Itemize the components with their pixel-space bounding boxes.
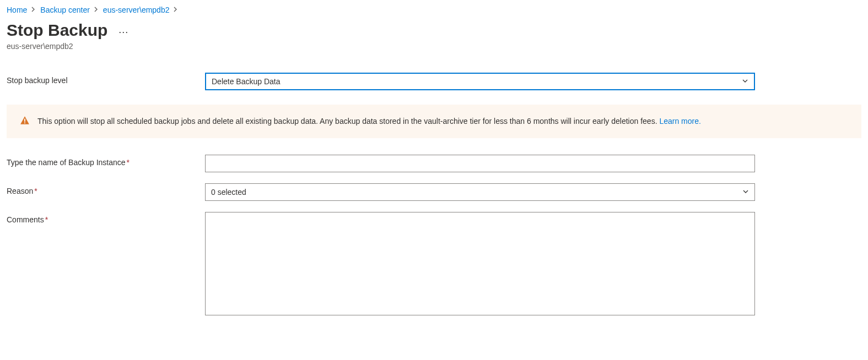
svg-rect-1 [24, 122, 25, 123]
required-indicator: * [127, 158, 130, 167]
reason-value: 0 selected [211, 188, 742, 197]
page-subtitle: eus-server\empdb2 [7, 42, 861, 51]
comments-textarea[interactable] [205, 212, 755, 315]
form-row-reason: Reason* 0 selected [7, 183, 861, 201]
instance-name-label: Type the name of Backup Instance* [7, 155, 205, 167]
chevron-right-icon [94, 6, 99, 14]
required-indicator: * [34, 187, 37, 195]
instance-name-input[interactable] [205, 155, 755, 172]
stop-level-select[interactable]: Delete Backup Data [205, 73, 755, 90]
comments-label: Comments* [7, 212, 205, 224]
svg-rect-0 [24, 119, 25, 122]
warning-banner: This option will stop all scheduled back… [7, 105, 861, 138]
breadcrumb-backup-center[interactable]: Backup center [40, 6, 90, 14]
warning-text: This option will stop all scheduled back… [37, 116, 701, 127]
learn-more-link[interactable]: Learn more. [659, 117, 700, 126]
chevron-right-icon [174, 6, 178, 14]
form-row-instance-name: Type the name of Backup Instance* [7, 155, 861, 172]
breadcrumb: Home Backup center eus-server\empdb2 [7, 6, 861, 14]
chevron-down-icon [742, 188, 749, 197]
warning-icon [20, 116, 30, 127]
form-row-comments: Comments* [7, 212, 861, 317]
chevron-right-icon [31, 6, 36, 14]
page-header: Stop Backup ··· [7, 21, 861, 40]
breadcrumb-instance[interactable]: eus-server\empdb2 [103, 6, 170, 14]
warning-message: This option will stop all scheduled back… [37, 117, 659, 126]
required-indicator: * [45, 215, 48, 224]
stop-level-value: Delete Backup Data [212, 77, 742, 86]
form-row-stop-level: Stop backup level Delete Backup Data [7, 73, 861, 90]
more-actions-button[interactable]: ··· [118, 23, 128, 38]
breadcrumb-home[interactable]: Home [7, 6, 27, 14]
page-title: Stop Backup [7, 21, 107, 40]
stop-level-label: Stop backup level [7, 73, 205, 85]
reason-select[interactable]: 0 selected [205, 183, 755, 201]
reason-label: Reason* [7, 183, 205, 195]
chevron-down-icon [742, 77, 748, 86]
